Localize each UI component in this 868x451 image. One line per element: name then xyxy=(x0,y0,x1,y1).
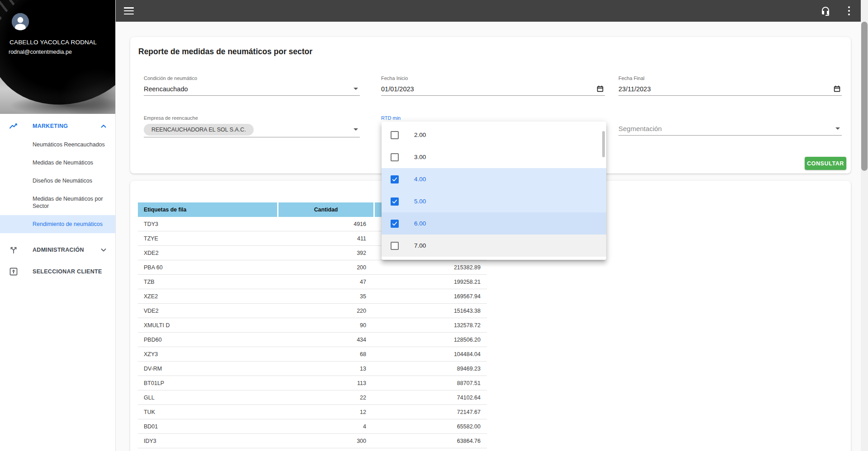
rtd-min-dropdown: 2.00 3.00 4.00 5.00 xyxy=(382,122,606,260)
cell-etiqueta: GLL xyxy=(138,390,277,404)
cell-cantidad: 4 xyxy=(277,419,373,433)
checkbox[interactable] xyxy=(391,242,399,250)
sidebar-item-label: Medidas de Neumáticos xyxy=(33,160,93,166)
cell-valor: 72147.67 xyxy=(373,405,487,419)
check-icon xyxy=(392,221,398,227)
cell-etiqueta: XZY3 xyxy=(138,347,277,361)
condicion-select[interactable]: Condición de neumático Reencauchado xyxy=(144,75,360,96)
cell-valor: 89469.23 xyxy=(373,362,487,376)
sidebar-item[interactable]: Medidas de Neumáticos xyxy=(0,154,115,172)
calendar-icon[interactable] xyxy=(833,85,841,94)
cell-cantidad: 113 xyxy=(277,376,373,390)
sidebar: CABELLO YACOLCA RODNAL rodnal@contentmed… xyxy=(0,0,116,451)
sidebar-section-marketing[interactable]: MARKETING xyxy=(0,117,115,136)
dropdown-option-label: 4.00 xyxy=(414,176,426,183)
headset-icon[interactable] xyxy=(820,5,831,16)
table-row: TUK 12 72147.67 xyxy=(138,405,487,419)
cell-cantidad: 392 xyxy=(277,246,373,260)
cell-valor: 151643.38 xyxy=(373,304,487,318)
fecha-final-input[interactable]: Fecha Final 23/11/2023 xyxy=(618,75,842,96)
checkbox[interactable] xyxy=(391,131,399,139)
cell-cantidad: 4916 xyxy=(277,217,373,231)
column-header: Cantidad xyxy=(277,202,373,217)
dropdown-option-label: 6.00 xyxy=(414,220,426,227)
segmentacion-select[interactable]: Segmentación xyxy=(618,115,842,136)
cell-etiqueta: IDY3 xyxy=(138,434,277,448)
table-row: TZB 47 199258.21 xyxy=(138,275,487,289)
empresa-select[interactable]: Empresa de reencauche REENCAUCHADORA EL … xyxy=(144,115,360,137)
dropdown-option[interactable]: 6.00 xyxy=(382,212,606,235)
check-icon xyxy=(392,198,398,205)
cell-cantidad: 22 xyxy=(277,390,373,404)
sidebar-item[interactable]: Medidas de Neumáticos por Sector xyxy=(0,190,115,215)
cell-cantidad: 300 xyxy=(277,434,373,448)
table-row: PBD60 434 128506.20 xyxy=(138,333,487,347)
table-row: XZE2 35 169567.94 xyxy=(138,289,487,304)
topbar xyxy=(116,0,861,22)
dropdown-arrow-icon xyxy=(354,88,358,90)
table-row: XMULTI D 90 132578.72 xyxy=(138,318,487,333)
field-label: Fecha Inicio xyxy=(381,75,605,82)
dropdown-option[interactable]: 4.00 xyxy=(382,168,606,190)
page-title: Reporte de medidas de neumáticos por sec… xyxy=(138,47,312,56)
consultar-button[interactable]: CONSULTAR xyxy=(805,157,846,170)
table-row: BT01LP 113 88707.51 xyxy=(138,376,487,390)
call-split-icon xyxy=(9,245,18,254)
check-icon xyxy=(392,176,398,183)
sidebar-item[interactable]: Rendimiento de neumáticos xyxy=(0,215,115,233)
dropdown-arrow-icon xyxy=(354,128,358,131)
chevron-up-icon xyxy=(99,122,108,131)
kebab-menu-icon[interactable] xyxy=(844,5,854,16)
avatar xyxy=(12,13,29,30)
dropdown-option-label: 3.00 xyxy=(414,154,426,160)
dropdown-option[interactable]: 7.00 xyxy=(382,235,606,257)
cell-cantidad: 13 xyxy=(277,362,373,376)
checkbox[interactable] xyxy=(391,175,399,183)
cell-valor: 104484.04 xyxy=(373,347,487,361)
dropdown-scrollbar-thumb[interactable] xyxy=(602,131,605,157)
sidebar-menu: MARKETING Neumáticos Reencauchados Medid… xyxy=(0,117,115,281)
dropdown-option[interactable]: 2.00 xyxy=(382,124,606,146)
upload-box-icon xyxy=(9,267,18,276)
table-row: BD01 4 65582.00 xyxy=(138,419,487,434)
column-header: Etiquetas de fila xyxy=(138,202,277,217)
sidebar-section-administracion[interactable]: ADMINISTRACIÓN xyxy=(0,240,115,259)
page-scrollbar[interactable] xyxy=(861,0,868,451)
checkbox[interactable] xyxy=(391,197,399,206)
table-row: IDY3 300 63864.76 xyxy=(138,434,487,448)
sidebar-item-label: Rendimiento de neumáticos xyxy=(33,221,103,227)
empresa-chip[interactable]: REENCAUCHADORA EL SOL S.A.C. xyxy=(144,124,254,136)
page-scrollbar-thumb[interactable] xyxy=(861,22,868,171)
cell-cantidad: 35 xyxy=(277,289,373,303)
fecha-inicio-input[interactable]: Fecha Inicio 01/01/2023 xyxy=(381,75,605,96)
dropdown-option[interactable]: 5.00 xyxy=(382,190,606,212)
profile-photo: CABELLO YACOLCA RODNAL rodnal@contentmed… xyxy=(0,0,115,114)
calendar-icon[interactable] xyxy=(596,85,604,94)
marketing-items: Neumáticos Reencauchados Medidas de Neum… xyxy=(0,136,115,233)
cell-etiqueta: VDE2 xyxy=(138,304,277,318)
person-icon xyxy=(12,13,29,30)
cell-etiqueta: TZB xyxy=(138,275,277,289)
sidebar-item[interactable]: Neumáticos Reencauchados xyxy=(0,136,115,154)
cell-etiqueta: XMULTI D xyxy=(138,318,277,332)
dropdown-option[interactable]: 3.00 xyxy=(382,146,606,168)
checkbox[interactable] xyxy=(391,153,399,161)
cell-valor: 199258.21 xyxy=(373,275,487,289)
table-row: DV-RM 13 89469.23 xyxy=(138,362,487,376)
cell-cantidad: 200 xyxy=(277,260,373,274)
table-row: PBA 60 200 215382.89 xyxy=(138,260,487,275)
sidebar-item-label: Neumáticos Reencauchados xyxy=(33,141,105,148)
checkbox[interactable] xyxy=(391,220,399,228)
cell-cantidad: 68 xyxy=(277,347,373,361)
cell-etiqueta: TDY3 xyxy=(138,217,277,231)
field-label: RTD min xyxy=(381,115,605,122)
cell-cantidad: 220 xyxy=(277,304,373,318)
sidebar-item[interactable]: Diseños de Neumáticos xyxy=(0,172,115,190)
cell-valor: 169567.94 xyxy=(373,289,487,303)
sidebar-section-seleccionar-cliente[interactable]: SELECCIONAR CLIENTE xyxy=(0,262,115,281)
sidebar-section-label: ADMINISTRACIÓN xyxy=(33,247,99,253)
hamburger-menu-icon[interactable] xyxy=(124,7,134,14)
rtd-min-select[interactable]: RTD min xyxy=(381,115,605,122)
field-value: 01/01/2023 xyxy=(381,85,414,93)
trending-up-icon xyxy=(9,122,18,131)
